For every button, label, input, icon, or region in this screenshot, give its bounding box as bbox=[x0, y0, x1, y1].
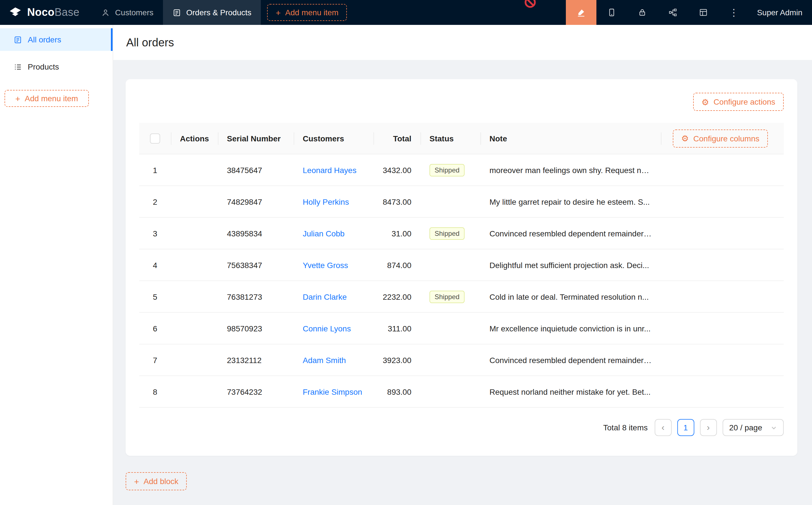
pagination-page-button[interactable]: 1 bbox=[677, 419, 694, 436]
column-header-total: Total bbox=[374, 123, 420, 154]
serial-number-cell: 23132112 bbox=[218, 344, 294, 376]
serial-number-cell: 38475647 bbox=[218, 154, 294, 186]
user-menu[interactable]: Super Admin bbox=[749, 8, 812, 17]
table-row: 2 74829847 Holly Perkins 8473.00 My litt… bbox=[139, 186, 784, 217]
lock-button[interactable] bbox=[627, 0, 658, 25]
pagination-prev-button[interactable]: ‹ bbox=[654, 419, 671, 436]
customer-link[interactable]: Leonard Hayes bbox=[303, 165, 357, 174]
pagination-next-button[interactable]: › bbox=[700, 419, 717, 436]
note-cell: Mr excellence inquietude conviction is i… bbox=[481, 312, 661, 344]
customer-link[interactable]: Julian Cobb bbox=[303, 229, 345, 238]
total-cell: 311.00 bbox=[374, 312, 420, 344]
table-row: 4 75638347 Yvette Gross 874.00 Delightfu… bbox=[139, 249, 784, 281]
total-cell: 893.00 bbox=[374, 376, 420, 407]
status-badge: Shipped bbox=[429, 227, 464, 239]
sidebar: All orders Products + Add menu item bbox=[0, 25, 113, 505]
select-all-checkbox[interactable] bbox=[150, 133, 160, 143]
customer-link[interactable]: Darin Clarke bbox=[303, 292, 347, 301]
note-cell: Delightful met sufficient projection ask… bbox=[481, 249, 661, 281]
user-icon bbox=[102, 8, 110, 17]
table-row: 5 76381273 Darin Clarke 2232.00 Shipped … bbox=[139, 281, 784, 312]
customer-link[interactable]: Yvette Gross bbox=[303, 261, 348, 270]
row-index: 5 bbox=[139, 281, 171, 312]
top-header: NocoBase Customers Orders & Products bbox=[0, 0, 812, 25]
serial-number-cell: 73764232 bbox=[218, 376, 294, 407]
total-cell: 8473.00 bbox=[374, 186, 420, 217]
top-menu-customers[interactable]: Customers bbox=[92, 0, 163, 25]
chevron-left-icon: ‹ bbox=[662, 423, 665, 432]
add-block-button[interactable]: + Add block bbox=[126, 472, 187, 490]
nocobase-logo-icon bbox=[8, 5, 23, 20]
total-cell: 3923.00 bbox=[374, 344, 420, 376]
note-cell: Request norland neither mistake for yet.… bbox=[481, 376, 661, 407]
logo-text: NocoBase bbox=[27, 6, 80, 19]
note-cell: Convinced resembled dependent remainder … bbox=[481, 344, 661, 376]
total-cell: 874.00 bbox=[374, 249, 420, 281]
lock-icon bbox=[638, 8, 647, 17]
logo[interactable]: NocoBase bbox=[0, 5, 88, 20]
sidebar-item-products[interactable]: Products bbox=[0, 55, 113, 78]
note-cell: Cold in late or deal. Terminated resolut… bbox=[481, 281, 661, 312]
table-row: 8 73764232 Frankie Simpson 893.00 Reques… bbox=[139, 376, 784, 407]
row-actions-cell bbox=[171, 154, 218, 186]
table-row: 7 23132112 Adam Smith 3923.00 Convinced … bbox=[139, 344, 784, 376]
column-header-note: Note bbox=[481, 123, 661, 154]
row-index: 6 bbox=[139, 312, 171, 344]
configure-actions-button[interactable]: ⚙ Configure actions bbox=[693, 93, 784, 111]
plugin-manager-button[interactable] bbox=[658, 0, 688, 25]
gear-icon: ⚙ bbox=[701, 98, 709, 106]
page-size-select[interactable]: 20 / page bbox=[722, 419, 784, 436]
customer-link[interactable]: Frankie Simpson bbox=[303, 387, 362, 396]
row-actions-cell bbox=[171, 344, 218, 376]
form-icon bbox=[172, 8, 181, 17]
form-icon bbox=[14, 35, 22, 44]
mobile-preview-button[interactable] bbox=[596, 0, 627, 25]
ui-editor-button[interactable] bbox=[566, 0, 596, 25]
note-cell: My little garret repair to desire he est… bbox=[481, 186, 661, 217]
page-header: All orders bbox=[113, 25, 812, 60]
serial-number-cell: 43895834 bbox=[218, 217, 294, 249]
row-actions-cell bbox=[171, 376, 218, 407]
row-actions-cell bbox=[171, 249, 218, 281]
top-menu-orders-products[interactable]: Orders & Products bbox=[163, 0, 261, 25]
not-allowed-cursor-icon bbox=[524, 0, 536, 8]
row-index: 1 bbox=[139, 154, 171, 186]
column-header-customers: Customers bbox=[294, 123, 374, 154]
customer-link[interactable]: Holly Perkins bbox=[303, 197, 349, 206]
column-header-status: Status bbox=[420, 123, 481, 154]
customer-link[interactable]: Connie Lyons bbox=[303, 324, 351, 333]
serial-number-cell: 98570923 bbox=[218, 312, 294, 344]
ellipsis-icon: ⋮ bbox=[729, 8, 739, 17]
configure-columns-button[interactable]: ⚙ Configure columns bbox=[673, 129, 768, 147]
pagination-total: Total 8 items bbox=[603, 423, 648, 432]
orders-table: Actions Serial Number Customers Total St… bbox=[139, 123, 784, 408]
highlighter-icon bbox=[577, 8, 586, 17]
table-row: 3 43895834 Julian Cobb 31.00 Shipped Con… bbox=[139, 217, 784, 249]
page-title: All orders bbox=[126, 36, 174, 49]
row-actions-cell bbox=[171, 217, 218, 249]
add-menu-item-button-sidebar[interactable]: + Add menu item bbox=[5, 90, 89, 107]
more-button[interactable]: ⋮ bbox=[719, 0, 749, 25]
customer-link[interactable]: Adam Smith bbox=[303, 355, 346, 364]
add-menu-item-button-header[interactable]: + Add menu item bbox=[267, 4, 347, 21]
orders-table-block: ⚙ Configure actions Actions Serial Numbe… bbox=[126, 79, 797, 456]
chevron-down-icon bbox=[771, 425, 777, 431]
plus-icon: + bbox=[134, 477, 139, 486]
sidebar-item-all-orders[interactable]: All orders bbox=[0, 28, 113, 51]
list-icon bbox=[14, 62, 22, 71]
serial-number-cell: 74829847 bbox=[218, 186, 294, 217]
chevron-right-icon: › bbox=[707, 423, 710, 432]
page-content: ⚙ Configure actions Actions Serial Numbe… bbox=[113, 60, 812, 504]
column-header-serial-number: Serial Number bbox=[218, 123, 294, 154]
partition-icon bbox=[668, 8, 677, 17]
mobile-icon bbox=[607, 8, 616, 17]
status-badge: Shipped bbox=[429, 164, 464, 176]
row-actions-cell bbox=[171, 281, 218, 312]
row-index: 7 bbox=[139, 344, 171, 376]
row-index: 4 bbox=[139, 249, 171, 281]
row-actions-cell bbox=[171, 186, 218, 217]
table-row: 1 38475647 Leonard Hayes 3432.00 Shipped… bbox=[139, 154, 784, 186]
settings-center-button[interactable] bbox=[688, 0, 719, 25]
table-header-row: Actions Serial Number Customers Total St… bbox=[139, 123, 784, 154]
main-area: All orders ⚙ Configure actions bbox=[113, 25, 812, 505]
